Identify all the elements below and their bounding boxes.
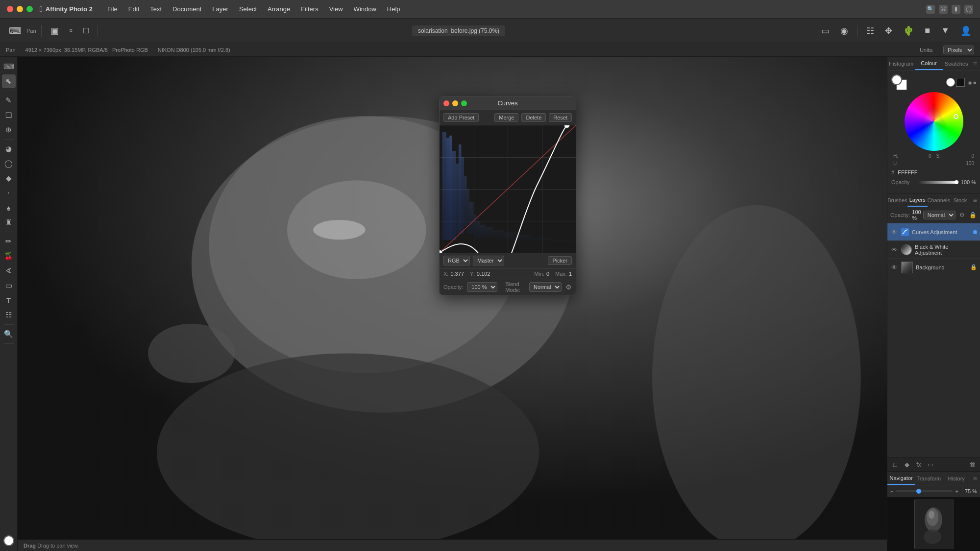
opacity-slider[interactable]: [919, 181, 958, 184]
menu-arrange[interactable]: Arrange: [263, 3, 295, 15]
canvas-area[interactable]: Curves Add Preset Merge Delete Reset: [18, 57, 887, 551]
view-toggle-btn[interactable]: ▣: [47, 23, 63, 39]
layers-opacity-val[interactable]: 100 %: [912, 209, 921, 221]
studio-btn[interactable]: ■: [921, 23, 934, 39]
tab-histogram[interactable]: Histogram: [887, 57, 915, 70]
white-swatch[interactable]: [946, 78, 955, 87]
dodge-burn-tool[interactable]: ◯: [2, 157, 16, 170]
assistant-btn[interactable]: ◉: [836, 23, 852, 39]
channel-select[interactable]: RGB: [443, 256, 470, 265]
menu-help[interactable]: Help: [382, 3, 405, 15]
view-toggle-btn3[interactable]: □: [79, 23, 93, 39]
add-adjustment-layer-btn[interactable]: ◆: [902, 460, 912, 470]
hand-tool[interactable]: ⌨: [2, 60, 16, 73]
color-wheel[interactable]: [905, 92, 963, 151]
vector-tool[interactable]: ∢: [2, 264, 16, 278]
erase-tool[interactable]: ⋅: [2, 186, 16, 200]
maximize-button[interactable]: [26, 6, 33, 12]
tab-channels[interactable]: Channels: [928, 193, 950, 207]
menu-window[interactable]: Window: [349, 3, 381, 15]
color-picker-btn[interactable]: 🌵: [899, 23, 918, 39]
curves-graph[interactable]: [440, 125, 576, 253]
tab-layers[interactable]: Layers: [907, 193, 928, 207]
menu-layer[interactable]: Layer: [207, 3, 233, 15]
zoom-out-icon[interactable]: −: [890, 488, 893, 494]
selection-tool[interactable]: ⬉: [2, 74, 16, 88]
table-tool[interactable]: ☷: [2, 308, 16, 322]
blur-tool[interactable]: ◆: [2, 171, 16, 185]
menu-edit[interactable]: Edit: [123, 3, 144, 15]
layers-lock-btn[interactable]: 🔒: [968, 211, 977, 219]
liquify-tool[interactable]: ♜: [2, 216, 16, 229]
tab-brushes[interactable]: Brushes: [887, 193, 907, 207]
text-tool[interactable]: T: [2, 293, 16, 307]
fill-tool[interactable]: ◕: [2, 142, 16, 156]
delete-curve-button[interactable]: Delete: [521, 113, 546, 122]
layer-item-bg[interactable]: 👁 Background 🔒: [887, 259, 980, 276]
grid-btn[interactable]: ☷: [862, 23, 878, 39]
master-select[interactable]: Master: [473, 256, 504, 265]
picker-btn[interactable]: Picker: [548, 256, 572, 265]
pan-tool-button[interactable]: ⌨: [5, 23, 25, 39]
layer-item-curves[interactable]: 👁 Curves Adjustment: [887, 223, 980, 241]
color-mode-1[interactable]: ◉: [968, 80, 972, 85]
zoom-in-icon[interactable]: +: [956, 488, 958, 494]
tab-colour[interactable]: Colour: [915, 57, 942, 70]
eyedropper-tool[interactable]: 🍒: [2, 249, 16, 263]
layer-vis-bw[interactable]: 👁: [890, 246, 898, 254]
close-button[interactable]: [7, 6, 13, 12]
merge-button[interactable]: Merge: [494, 113, 518, 122]
account-btn[interactable]: 👤: [956, 23, 975, 39]
mask-layer-btn[interactable]: ▭: [926, 460, 935, 470]
curves-opacity-select[interactable]: 100 %: [467, 282, 497, 292]
units-select[interactable]: Pixels Inches cm: [943, 46, 974, 54]
menu-file[interactable]: File: [102, 3, 122, 15]
curves-maximize-button[interactable]: [461, 100, 467, 106]
black-swatch[interactable]: [956, 78, 965, 87]
crop-tool[interactable]: ❏: [2, 108, 16, 122]
add-preset-button[interactable]: Add Preset: [443, 113, 479, 122]
view-mode-btn[interactable]: ▭: [817, 23, 833, 39]
zoom-slider[interactable]: [896, 490, 952, 492]
persona-btn[interactable]: ▼: [937, 23, 954, 39]
search-titlebar-icon[interactable]: 🔍: [926, 5, 935, 14]
layer-vis-curves[interactable]: 👁: [890, 228, 898, 236]
snap-btn[interactable]: ✥: [881, 23, 896, 39]
zoom-value[interactable]: 75 %: [961, 488, 977, 494]
layers-panel-menu-icon[interactable]: ≡: [970, 196, 980, 204]
tab-stock[interactable]: Stock: [950, 193, 970, 207]
tab-swatches[interactable]: Swatches: [943, 57, 970, 70]
curves-minimize-button[interactable]: [452, 100, 458, 106]
menu-view[interactable]: View: [324, 3, 348, 15]
reset-curve-button[interactable]: Reset: [549, 113, 572, 122]
color-mode-2[interactable]: ■: [973, 80, 976, 85]
menu-select[interactable]: Select: [234, 3, 262, 15]
shape-tool[interactable]: ▭: [2, 279, 16, 292]
menu-text[interactable]: Text: [145, 3, 167, 15]
layers-blend-select[interactable]: Normal: [923, 211, 956, 219]
minimize-button[interactable]: [17, 6, 23, 12]
foreground-color-swatch[interactable]: [3, 535, 14, 546]
delete-layer-btn[interactable]: 🗑: [967, 460, 977, 470]
navigator-panel-menu-icon[interactable]: ≡: [970, 475, 980, 482]
menu-document[interactable]: Document: [168, 3, 206, 15]
layer-vis-bg[interactable]: 👁: [890, 264, 898, 271]
tab-history[interactable]: History: [943, 472, 970, 485]
zoom-tool[interactable]: 🔍: [2, 327, 16, 341]
curves-blend-select[interactable]: Normal: [529, 282, 562, 292]
curves-close-button[interactable]: [443, 100, 449, 106]
navigator-thumbnail-area[interactable]: [887, 497, 980, 551]
layers-settings-btn[interactable]: ⚙: [957, 211, 966, 219]
layer-item-bw[interactable]: 👁 Black & White Adjustment: [887, 241, 980, 259]
tab-navigator[interactable]: Navigator: [887, 472, 915, 485]
color-panel-menu-icon[interactable]: ≡: [970, 60, 980, 68]
file-name-bar[interactable]: solarisation_before.jpg (75.0%): [412, 25, 505, 36]
paint-brush-tool[interactable]: ✎: [2, 94, 16, 107]
pen-tool[interactable]: ✏: [2, 235, 16, 248]
menu-filters[interactable]: Filters: [296, 3, 323, 15]
stamp-tool[interactable]: ♠: [2, 201, 16, 215]
view-toggle-btn2[interactable]: ▫: [66, 23, 76, 39]
foreground-bg-swatches[interactable]: [891, 74, 907, 90]
blend-settings-icon[interactable]: ⚙: [565, 283, 572, 291]
tab-transform[interactable]: Transform: [915, 472, 942, 485]
